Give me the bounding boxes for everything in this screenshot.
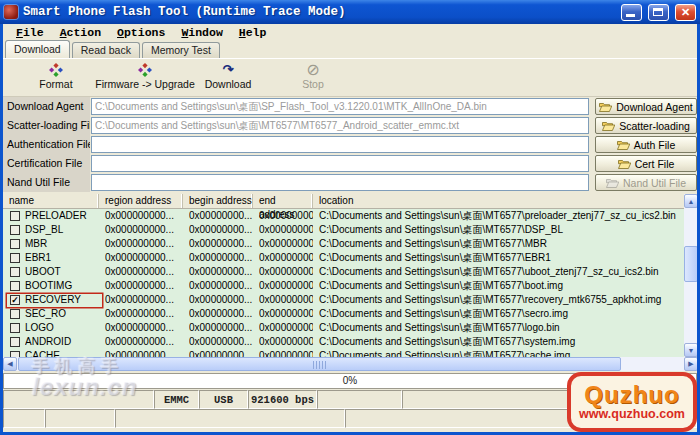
table-row-mbr[interactable]: MBR0x000000000...0x00000000...0x00000000…	[3, 237, 684, 251]
file-button-label: Download Agent	[616, 101, 692, 113]
column-header-location[interactable]: location	[313, 194, 684, 208]
row-checkbox[interactable]	[10, 267, 20, 277]
cell-location: C:\Documents and Settings\sun\桌面\MT6577\…	[319, 279, 684, 293]
refresh-arrow-icon: ↷	[197, 61, 259, 78]
menu-window[interactable]: Window	[174, 25, 229, 40]
cell-location: C:\Documents and Settings\sun\桌面\MT6577\…	[319, 307, 684, 321]
menu-file[interactable]: File	[9, 25, 51, 40]
row-checkbox[interactable]	[10, 323, 20, 333]
tab-download[interactable]: Download	[5, 40, 70, 58]
column-header-region-address[interactable]: region address	[99, 194, 183, 208]
tool-button-label: Stop	[287, 78, 339, 91]
table-row-android[interactable]: ANDROID0x000000000...0x00000000...0x0000…	[3, 335, 684, 349]
file-row-label: Authentication File	[3, 135, 90, 154]
cell-location: C:\Documents and Settings\sun\桌面\MT6577\…	[319, 251, 684, 265]
minimize-button[interactable]	[621, 4, 642, 21]
cell-location: C:\Documents and Settings\sun\桌面\MT6577\…	[319, 209, 684, 223]
scroll-left-icon[interactable]: ◀	[3, 357, 17, 371]
cell-region-address: 0x000000000...	[105, 279, 183, 293]
stop-button[interactable]: ⊘Stop	[287, 61, 339, 94]
table-row-cache[interactable]: CACHE0x000000000...0x00000000...0x000000…	[3, 349, 684, 357]
cell-end-address: 0x00000000...	[259, 335, 313, 349]
row-checkbox[interactable]	[10, 281, 20, 291]
partition-table: nameregion addressbegin addressend addre…	[3, 194, 684, 357]
table-row-bootimg[interactable]: BOOTIMG0x000000000...0x00000000...0x0000…	[3, 279, 684, 293]
horizontal-scrollbar[interactable]: ◀ ▶	[3, 357, 698, 371]
partition-table-header: nameregion addressbegin addressend addre…	[3, 194, 684, 209]
download-button[interactable]: ↷Download	[197, 61, 259, 94]
cell-name: DSP_BL	[25, 223, 99, 237]
column-header-name[interactable]: name	[3, 194, 99, 208]
tab-memory-test[interactable]: Memory Test	[142, 42, 220, 58]
horizontal-scroll-thumb[interactable]	[18, 357, 621, 371]
table-row-sec-ro[interactable]: SEC_RO0x000000000...0x00000000...0x00000…	[3, 307, 684, 321]
table-row-ebr1[interactable]: EBR10x000000000...0x00000000...0x0000000…	[3, 251, 684, 265]
tab-bar: DownloadRead backMemory Test	[5, 41, 220, 58]
toolbar: FormatFirmware -> Upgrade↷Download⊘Stop	[3, 59, 697, 97]
menu-action[interactable]: Action	[53, 25, 108, 40]
cell-begin-address: 0x00000000...	[189, 237, 253, 251]
cell-end-address: 0x00000000...	[259, 349, 313, 357]
vertical-scrollbar[interactable]: ▲ ▼	[684, 194, 698, 357]
row-checkbox[interactable]	[10, 211, 20, 221]
row-checkbox[interactable]	[10, 309, 20, 319]
row-checkbox[interactable]	[10, 225, 20, 235]
tab-read-back[interactable]: Read back	[72, 42, 140, 58]
scatter-loading-button[interactable]: Scatter-loading	[595, 117, 697, 134]
cell-end-address: 0x00000000...	[259, 237, 313, 251]
column-header-begin-address[interactable]: begin address	[183, 194, 253, 208]
cert-file-button[interactable]: Cert File	[595, 155, 697, 172]
menu-help[interactable]: Help	[232, 25, 274, 40]
cell-end-address: 0x00000000...	[259, 265, 313, 279]
star-icon	[25, 61, 87, 78]
cell-name: PRELOADER	[25, 209, 99, 223]
open-folder-icon	[606, 178, 619, 188]
close-button[interactable]	[675, 4, 696, 21]
table-row-preloader[interactable]: PRELOADER0x000000000...0x00000000...0x00…	[3, 209, 684, 223]
cell-location: C:\Documents and Settings\sun\桌面\MT6577\…	[319, 265, 684, 279]
certification-file-path-input[interactable]	[91, 155, 589, 172]
quzhuo-watermark-title: Quzhuo	[584, 383, 679, 407]
cell-location: C:\Documents and Settings\sun\桌面\MT6577\…	[319, 321, 684, 335]
tool-button-label: Format	[25, 78, 87, 91]
format-button[interactable]: Format	[25, 61, 87, 94]
column-header-end-address[interactable]: end address	[253, 194, 313, 208]
row-checkbox[interactable]	[10, 337, 20, 347]
cell-region-address: 0x000000000...	[105, 237, 183, 251]
row-checkbox[interactable]	[10, 253, 20, 263]
file-button-label: Nand Util File	[623, 177, 686, 189]
scroll-right-icon[interactable]: ▶	[684, 357, 698, 371]
cell-name: EBR1	[25, 251, 99, 265]
cell-name: BOOTIMG	[25, 279, 99, 293]
scroll-up-icon[interactable]: ▲	[684, 194, 698, 208]
cell-location: C:\Documents and Settings\sun\桌面\MT6577\…	[319, 349, 684, 357]
maximize-button[interactable]	[648, 4, 669, 21]
download-agent-path-input[interactable]	[91, 98, 589, 115]
cell-begin-address: 0x00000000...	[189, 209, 253, 223]
cell-name: MBR	[25, 237, 99, 251]
cell-begin-address: 0x00000000...	[189, 279, 253, 293]
status-cell-flash-type: EMMC	[154, 390, 199, 409]
file-row-certification-file: Certification FileCert File	[3, 154, 697, 173]
table-row-logo[interactable]: LOGO0x000000000...0x00000000...0x0000000…	[3, 321, 684, 335]
status-cell-connection: USB	[199, 390, 248, 409]
nand-util-file-button[interactable]: Nand Util File	[595, 174, 697, 191]
cell-region-address: 0x000000000...	[105, 223, 183, 237]
app-icon	[4, 5, 18, 19]
nand-util-file-path-input[interactable]	[91, 174, 589, 191]
scatter-loading-file-path-input[interactable]	[91, 117, 589, 134]
table-row-uboot[interactable]: UBOOT0x000000000...0x00000000...0x000000…	[3, 265, 684, 279]
cell-location: C:\Documents and Settings\sun\桌面\MT6577\…	[319, 237, 684, 251]
vertical-scroll-thumb[interactable]	[684, 246, 698, 282]
firmware-upgrade-button[interactable]: Firmware -> Upgrade	[95, 61, 195, 94]
download-agent-button[interactable]: Download Agent	[595, 98, 697, 115]
table-row-recovery[interactable]: ✓RECOVERY0x000000000...0x00000000...0x00…	[3, 293, 684, 307]
row-checkbox[interactable]	[10, 239, 20, 249]
menu-options[interactable]: Options	[110, 25, 172, 40]
scroll-grip	[313, 361, 327, 369]
scroll-down-icon[interactable]: ▼	[684, 343, 698, 357]
authentication-file-path-input[interactable]	[91, 136, 589, 153]
table-row-dsp-bl[interactable]: DSP_BL0x000000000...0x00000000...0x00000…	[3, 223, 684, 237]
cell-region-address: 0x000000000...	[105, 307, 183, 321]
auth-file-button[interactable]: Auth File	[595, 136, 697, 153]
